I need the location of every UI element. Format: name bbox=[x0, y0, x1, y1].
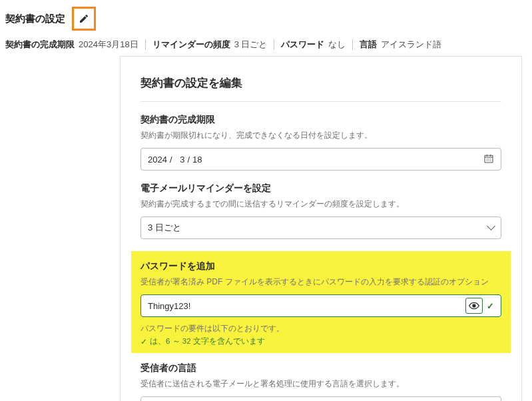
check-icon: ✓ bbox=[140, 337, 147, 346]
background-content bbox=[0, 64, 119, 384]
settings-header: 契約書の設定 契約書の完成期限 2024年3月18日 リマインダーの頻度 3 日… bbox=[0, 0, 532, 51]
reminder-select-value: 3 日ごと bbox=[148, 222, 181, 234]
deadline-input[interactable]: 2024/ 3/ 18 bbox=[140, 148, 501, 171]
language-select[interactable]: アイスランド語 bbox=[140, 396, 501, 401]
reminder-label: 電子メールリマインダーを設定 bbox=[140, 183, 501, 195]
eye-icon bbox=[469, 302, 479, 310]
edit-settings-button[interactable] bbox=[72, 7, 96, 31]
summary-deadline-value: 2024年3月18日 bbox=[79, 39, 138, 51]
password-requirements-header: パスワードの要件は以下のとおりです。 bbox=[140, 324, 501, 334]
divider bbox=[274, 39, 274, 50]
password-input-wrap: ✓ bbox=[140, 294, 501, 317]
password-input[interactable] bbox=[148, 301, 465, 311]
deadline-desc: 契約書が期限切れになり、完成できなくなる日付を設定します。 bbox=[140, 130, 501, 141]
password-label: パスワードを追加 bbox=[140, 260, 501, 272]
settings-summary: 契約書の完成期限 2024年3月18日 リマインダーの頻度 3 日ごと パスワー… bbox=[5, 39, 527, 51]
edit-settings-dialog: 契約書の設定を編集 契約書の完成期限 契約書が期限切れになり、完成できなくなる日… bbox=[120, 56, 522, 401]
deadline-label: 契約書の完成期限 bbox=[140, 114, 501, 126]
summary-language-value: アイスランド語 bbox=[381, 39, 441, 51]
svg-point-10 bbox=[473, 304, 475, 307]
language-field: 受信者の言語 受信者に送信される電子メールと署名処理に使用する言語を選択します。… bbox=[140, 362, 501, 401]
page-title: 契約書の設定 bbox=[5, 13, 65, 25]
date-display: 2024/ 3/ 18 bbox=[148, 155, 202, 165]
divider bbox=[352, 39, 353, 50]
toggle-password-visibility-button[interactable] bbox=[465, 298, 483, 314]
deadline-field: 契約書の完成期限 契約書が期限切れになり、完成できなくなる日付を設定します。 2… bbox=[140, 114, 501, 171]
password-field-highlighted: パスワードを追加 受信者が署名済み PDF ファイルを表示するときにパスワードの… bbox=[131, 251, 511, 353]
summary-reminder-value: 3 日ごと bbox=[234, 39, 268, 51]
summary-reminder-label: リマインダーの頻度 bbox=[152, 39, 230, 51]
reminder-field: 電子メールリマインダーを設定 契約書が完成するまでの間に送信するリマインダーの頻… bbox=[140, 183, 501, 239]
calendar-icon[interactable] bbox=[483, 153, 494, 166]
summary-password-label: パスワード bbox=[281, 39, 324, 51]
summary-deadline-label: 契約書の完成期限 bbox=[5, 39, 75, 51]
password-requirement-ok: ✓ は、6 ～ 32 文字を含んでいます bbox=[140, 336, 501, 346]
pencil-icon bbox=[79, 13, 89, 24]
chevron-down-icon bbox=[488, 223, 494, 233]
dialog-title: 契約書の設定を編集 bbox=[140, 75, 501, 102]
reminder-select[interactable]: 3 日ごと bbox=[140, 216, 501, 239]
password-desc: 受信者が署名済み PDF ファイルを表示するときにパスワードの入力を要求する認証… bbox=[140, 276, 501, 288]
summary-language-label: 言語 bbox=[360, 39, 377, 51]
language-desc: 受信者に送信される電子メールと署名処理に使用する言語を選択します。 bbox=[140, 378, 501, 390]
language-label: 受信者の言語 bbox=[140, 362, 501, 374]
password-valid-check-icon: ✓ bbox=[487, 301, 494, 311]
summary-password-value: なし bbox=[328, 39, 346, 51]
divider bbox=[145, 39, 146, 50]
reminder-desc: 契約書が完成するまでの間に送信するリマインダーの頻度を設定します。 bbox=[140, 199, 501, 210]
